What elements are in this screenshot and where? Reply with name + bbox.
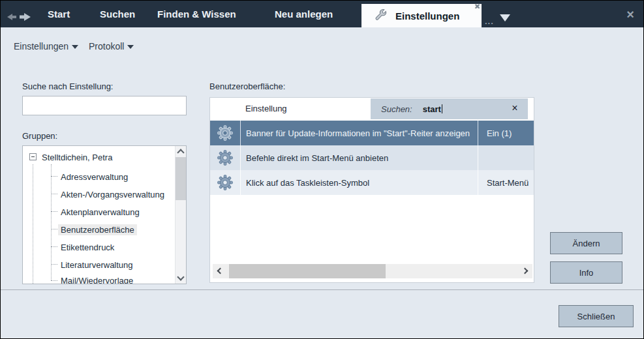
scroll-right-icon[interactable] xyxy=(522,268,529,274)
tree-connector xyxy=(51,246,57,247)
table-row[interactable]: Befehle direkt im Start-Menü anbieten xyxy=(210,145,534,170)
tree-connector xyxy=(51,211,57,212)
scrollbar-thumb[interactable] xyxy=(229,264,386,278)
active-tab-label: Einstellungen xyxy=(395,10,459,22)
tree-item-benutzeroberflaeche-selected[interactable]: Benutzeroberfläche xyxy=(58,224,137,235)
table-search-value[interactable]: start xyxy=(423,104,441,114)
tree-connector xyxy=(51,264,57,265)
minus-glyph xyxy=(31,156,35,157)
menu-label: Einstellungen xyxy=(14,41,69,52)
setting-name: Klick auf das Taskleisten-Symbol xyxy=(240,170,478,195)
table-row[interactable]: Klick auf das Taskleisten-Symbol Start-M… xyxy=(210,170,534,195)
search-setting-label: Suche nach Einstellung: xyxy=(22,81,113,91)
tree-connector xyxy=(51,280,57,281)
scrollbar-thumb[interactable] xyxy=(176,157,186,200)
menu-bar: Einstellungen Protokoll xyxy=(1,27,643,59)
tree-item-etikettendruck[interactable]: Etikettendruck xyxy=(58,242,117,253)
chevron-down-icon xyxy=(72,45,78,49)
tree-item-adressverwaltung[interactable]: Adressverwaltung xyxy=(58,171,130,183)
scroll-up-icon[interactable] xyxy=(177,149,184,156)
tree-connector xyxy=(33,164,33,284)
tree-item-akten-vorgangsverwaltung[interactable]: Akten-/Vorgangsverwaltung xyxy=(58,189,167,200)
tab-bar: Start Suchen Finden & Wissen Neu anlegen… xyxy=(1,1,643,27)
footer-divider xyxy=(1,289,643,290)
tab-neu-anlegen[interactable]: Neu anlegen xyxy=(275,1,333,27)
scroll-left-icon[interactable] xyxy=(217,268,224,274)
tab-overflow-button[interactable]: ... xyxy=(485,16,494,26)
tab-label: Finden & Wissen xyxy=(157,8,236,20)
aendern-button[interactable]: Ändern xyxy=(550,232,622,254)
forward-arrow-icon[interactable] xyxy=(20,13,31,21)
text-caret xyxy=(442,104,442,113)
back-arrow-icon[interactable] xyxy=(7,14,16,20)
gear-icon xyxy=(210,170,240,195)
tree-item-aktenplanverwaltung[interactable]: Aktenplanverwaltung xyxy=(58,207,142,218)
tab-finden-wissen[interactable]: Finden & Wissen xyxy=(157,1,236,27)
panel-label: Benutzeroberfläche: xyxy=(209,81,285,91)
tab-close-icon[interactable]: × xyxy=(472,1,482,11)
gear-icon xyxy=(210,121,240,145)
tree-item-literaturverwaltung[interactable]: Literaturverwaltung xyxy=(58,259,136,271)
tree-connector xyxy=(51,176,57,177)
table-row[interactable]: Banner für Update-Informationen im "Star… xyxy=(210,121,534,145)
tab-label: Neu anlegen xyxy=(275,8,333,20)
menu-einstellungen[interactable]: Einstellungen xyxy=(14,41,78,52)
tree-item-mail-wiedervorlage[interactable]: Mail/Wiedervorlage xyxy=(58,275,136,284)
table-search-box[interactable]: Suchen: start × xyxy=(371,98,528,119)
tree-collapse-icon[interactable] xyxy=(29,153,37,160)
tree-root-item[interactable]: Stelltdichein, Petra xyxy=(42,153,112,162)
setting-value: Start-Menü xyxy=(478,170,533,195)
setting-value: Ein (1) xyxy=(478,121,533,145)
tree-scrollbar[interactable] xyxy=(175,146,186,284)
settings-window: Start Suchen Finden & Wissen Neu anlegen… xyxy=(0,0,644,339)
tab-suchen[interactable]: Suchen xyxy=(100,1,135,27)
window-close-icon[interactable]: × xyxy=(622,6,639,23)
tab-label: Start xyxy=(48,8,70,20)
tab-label: Suchen xyxy=(100,8,135,20)
tree-connector xyxy=(51,194,57,194)
groups-label: Gruppen: xyxy=(22,131,57,141)
search-setting-input[interactable] xyxy=(22,96,187,115)
nav-arrows xyxy=(6,11,32,23)
schliessen-button[interactable]: Schließen xyxy=(559,305,634,327)
table-search-label: Suchen: xyxy=(381,104,412,114)
groups-tree: Stelltdichein, Petra Adressverwaltung Ak… xyxy=(22,145,187,284)
chevron-down-icon xyxy=(127,45,134,49)
gear-icon xyxy=(210,145,240,170)
tab-dropdown-icon[interactable] xyxy=(500,14,510,22)
wrench-icon xyxy=(373,8,388,23)
column-header-einstellung[interactable]: Einstellung xyxy=(245,104,287,113)
table-horizontal-scrollbar[interactable] xyxy=(213,264,532,278)
tab-einstellungen-active[interactable]: Einstellungen xyxy=(361,4,482,27)
search-clear-icon[interactable]: × xyxy=(508,101,521,115)
info-button[interactable]: Info xyxy=(550,261,622,284)
tree-connector xyxy=(51,164,52,280)
tab-start[interactable]: Start xyxy=(48,1,70,27)
scroll-down-icon[interactable] xyxy=(177,273,184,280)
setting-value xyxy=(478,145,533,170)
settings-table: Einstellung ^ Suchen: start × xyxy=(209,97,534,283)
setting-name: Banner für Update-Informationen im "Star… xyxy=(240,121,478,145)
menu-label: Protokoll xyxy=(89,41,124,52)
setting-name: Befehle direkt im Start-Menü anbieten xyxy=(240,145,478,170)
tree-connector xyxy=(51,229,57,229)
menu-protokoll[interactable]: Protokoll xyxy=(89,41,134,52)
